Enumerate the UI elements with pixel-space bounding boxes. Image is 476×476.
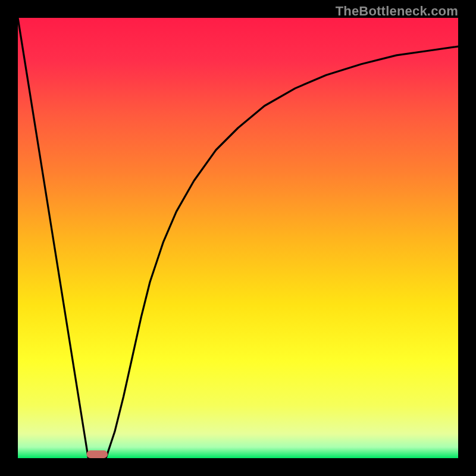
chart-container: TheBottleneck.com [0,0,476,476]
sweet-spot-marker [86,450,108,458]
bottleneck-curve [18,18,458,458]
watermark-label: TheBottleneck.com [336,4,458,19]
chart-overlay [18,18,458,458]
plot-area [18,18,458,458]
